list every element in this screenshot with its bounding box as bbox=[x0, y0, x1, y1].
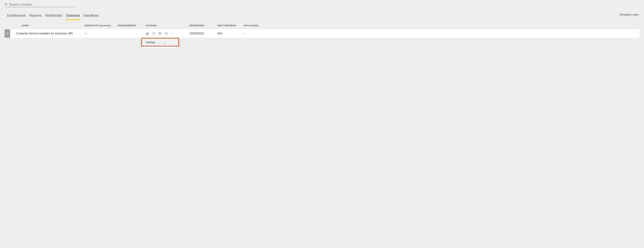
svg-line-15 bbox=[166, 33, 167, 33]
create-report-icon[interactable] bbox=[146, 32, 149, 35]
search-icon bbox=[4, 3, 8, 7]
svg-rect-4 bbox=[147, 33, 148, 35]
context-menu: Settings Rename Delete Analyze in Excel … bbox=[141, 38, 179, 48]
svg-line-1 bbox=[6, 5, 7, 6]
col-endorsement[interactable]: ENDORSEMENT bbox=[118, 24, 146, 27]
col-actions: ACTIONS bbox=[146, 24, 190, 27]
tab-dashboards[interactable]: Dashboards bbox=[7, 13, 26, 20]
item-count-label: Showing 1 item bbox=[620, 13, 639, 16]
svg-line-16 bbox=[166, 34, 167, 34]
row-sensitivity: — bbox=[84, 32, 118, 35]
svg-rect-5 bbox=[148, 34, 148, 35]
row-name[interactable]: Customer Service Analytics for Dynamics … bbox=[14, 32, 84, 35]
col-name-label: NAME bbox=[22, 24, 29, 27]
row-actions: ··· bbox=[146, 32, 190, 35]
menu-item-settings[interactable]: Settings bbox=[141, 38, 179, 47]
menu-item-rename[interactable]: Rename bbox=[141, 47, 179, 48]
col-api-access[interactable]: API ACCESS bbox=[244, 24, 270, 27]
dataset-icon bbox=[4, 29, 10, 38]
svg-point-12 bbox=[165, 33, 166, 34]
share-icon[interactable] bbox=[164, 32, 168, 35]
tab-reports[interactable]: Reports bbox=[30, 13, 42, 20]
sort-asc-icon: ↑ bbox=[30, 24, 31, 27]
search-input[interactable] bbox=[9, 3, 74, 7]
col-refreshed[interactable]: REFRESHED bbox=[190, 24, 218, 27]
svg-point-2 bbox=[6, 32, 8, 33]
row-next-refresh: N/A bbox=[218, 32, 244, 35]
row-refreshed: 10/23/2019, bbox=[190, 32, 218, 35]
svg-point-13 bbox=[167, 33, 168, 33]
col-next-refresh[interactable]: NEXT REFRESH bbox=[218, 24, 244, 27]
content-table: NAME ↑ SENSITIVITY (preview) ENDORSEMENT… bbox=[4, 22, 640, 38]
tab-datasets[interactable]: Datasets bbox=[66, 13, 80, 20]
search-box[interactable] bbox=[4, 2, 74, 7]
svg-rect-8 bbox=[159, 33, 161, 35]
schedule-refresh-icon[interactable] bbox=[158, 32, 162, 35]
tab-dataflows[interactable]: Dataflows bbox=[83, 13, 99, 20]
col-sensitivity[interactable]: SENSITIVITY (preview) bbox=[84, 24, 118, 27]
row-api-access: -- bbox=[244, 32, 270, 35]
table-header: NAME ↑ SENSITIVITY (preview) ENDORSEMENT… bbox=[4, 22, 640, 29]
table-row[interactable]: Customer Service Analytics for Dynamics … bbox=[4, 29, 640, 38]
cursor-pointer-icon bbox=[164, 41, 166, 45]
content-tabs: Dashboards Reports Workbooks Datasets Da… bbox=[4, 13, 620, 20]
refresh-now-icon[interactable] bbox=[152, 32, 155, 35]
menu-item-label: Settings bbox=[146, 41, 155, 44]
svg-rect-3 bbox=[146, 33, 146, 35]
tab-workbooks[interactable]: Workbooks bbox=[45, 13, 63, 20]
col-name[interactable]: NAME ↑ bbox=[14, 24, 84, 27]
svg-point-0 bbox=[5, 3, 7, 5]
svg-point-14 bbox=[167, 34, 168, 35]
